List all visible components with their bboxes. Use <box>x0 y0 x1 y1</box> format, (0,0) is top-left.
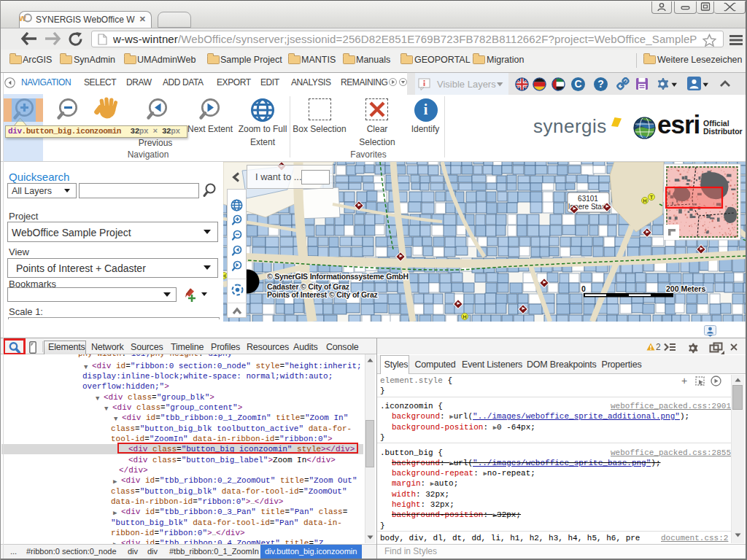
svg-text:T: T <box>650 194 654 201</box>
svg-text:H: H <box>223 273 226 279</box>
svg-text:H: H <box>643 198 646 204</box>
svg-text:© SynerGIS Informationssysteme: © SynerGIS Informationssysteme GmbH <box>267 272 409 281</box>
svg-text:Points of Interest © City of G: Points of Interest © City of Graz <box>267 290 378 299</box>
svg-text:H: H <box>462 314 466 320</box>
svg-text:63101: 63101 <box>578 195 598 203</box>
svg-text:0: 0 <box>581 284 586 293</box>
svg-text:200 Meters: 200 Meters <box>666 284 705 293</box>
